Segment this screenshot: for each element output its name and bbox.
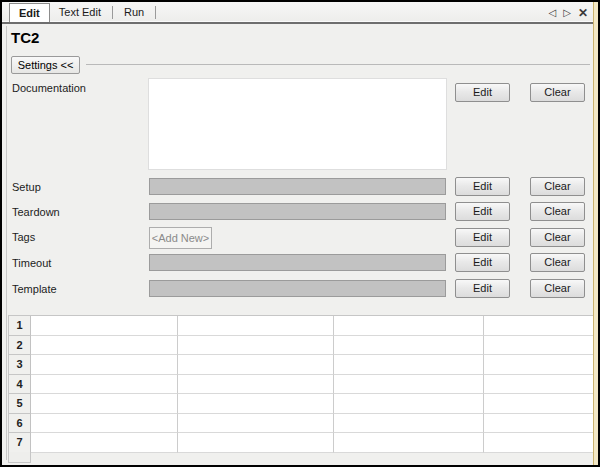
grid-cell[interactable]: [334, 336, 484, 356]
row-number[interactable]: 6: [9, 414, 31, 434]
grid-cell[interactable]: [484, 375, 594, 395]
panel-left-groove: [6, 26, 7, 460]
grid-cell[interactable]: [484, 433, 594, 453]
tags-add-new-button[interactable]: <Add New>: [149, 227, 212, 249]
teardown-clear-button[interactable]: Clear: [530, 202, 585, 221]
partial-row-header: [8, 452, 31, 463]
template-field[interactable]: [149, 280, 446, 297]
documentation-edit-button[interactable]: Edit: [455, 83, 510, 102]
row-number[interactable]: 5: [9, 394, 31, 414]
grid-cell[interactable]: [334, 414, 484, 434]
grid-cell[interactable]: [31, 394, 178, 414]
row-number[interactable]: 3: [9, 355, 31, 375]
grid-cell[interactable]: [31, 316, 178, 336]
keyword-grid: 1234567: [8, 315, 594, 453]
row-number[interactable]: 4: [9, 375, 31, 395]
grid-cell[interactable]: [334, 433, 484, 453]
grid-cell[interactable]: [334, 355, 484, 375]
settings-toggle-button[interactable]: Settings <<: [11, 56, 80, 74]
testcase-editor-panel: Edit Text Edit Run ◁ ▷ ✕ TC2 Settings <<…: [0, 0, 600, 467]
teardown-field[interactable]: [149, 203, 446, 220]
grid-cell[interactable]: [334, 375, 484, 395]
grid-cell[interactable]: [178, 433, 334, 453]
close-tab-icon[interactable]: ✕: [578, 6, 588, 20]
grid-cell[interactable]: [31, 336, 178, 356]
timeout-field[interactable]: [149, 254, 446, 271]
timeout-label: Timeout: [12, 257, 51, 269]
table-row: 2: [9, 336, 594, 356]
table-row: 5: [9, 394, 594, 414]
tab-text-edit[interactable]: Text Edit: [50, 3, 110, 22]
tab-run[interactable]: Run: [115, 3, 153, 22]
grid-cell[interactable]: [334, 316, 484, 336]
documentation-text-area[interactable]: [148, 78, 447, 170]
tags-edit-button[interactable]: Edit: [455, 228, 510, 247]
template-clear-button[interactable]: Clear: [530, 279, 585, 298]
grid-cell[interactable]: [178, 316, 334, 336]
tab-separator: [112, 6, 113, 19]
grid-cell[interactable]: [334, 394, 484, 414]
row-number[interactable]: 1: [9, 316, 31, 336]
documentation-label: Documentation: [12, 82, 86, 94]
setup-label: Setup: [12, 181, 41, 193]
grid-cell[interactable]: [484, 316, 594, 336]
grid-cell[interactable]: [31, 414, 178, 434]
timeout-edit-button[interactable]: Edit: [455, 253, 510, 272]
tab-edit[interactable]: Edit: [9, 3, 50, 22]
tab-controls: ◁ ▷ ✕: [549, 6, 588, 20]
prev-tab-icon[interactable]: ◁: [549, 7, 557, 19]
grid-cell[interactable]: [31, 433, 178, 453]
setup-field[interactable]: [149, 178, 446, 195]
tags-clear-button[interactable]: Clear: [530, 228, 585, 247]
testcase-title: TC2: [11, 29, 39, 46]
grid-cell[interactable]: [484, 394, 594, 414]
grid-cell[interactable]: [178, 355, 334, 375]
table-row: 3: [9, 355, 594, 375]
row-number[interactable]: 2: [9, 336, 31, 356]
grid-cell[interactable]: [178, 336, 334, 356]
grid-cell[interactable]: [484, 355, 594, 375]
tab-separator: [155, 6, 156, 19]
grid-cell[interactable]: [484, 414, 594, 434]
template-label: Template: [12, 283, 57, 295]
tab-bar: Edit Text Edit Run ◁ ▷ ✕: [2, 2, 598, 24]
grid-cell[interactable]: [178, 414, 334, 434]
teardown-label: Teardown: [12, 206, 60, 218]
grid-cell[interactable]: [484, 336, 594, 356]
table-row: 7: [9, 433, 594, 453]
tags-label: Tags: [12, 231, 35, 243]
window-edge-strip: [593, 2, 598, 465]
grid-cell[interactable]: [178, 394, 334, 414]
grid-cell[interactable]: [31, 375, 178, 395]
table-row: 6: [9, 414, 594, 434]
setup-edit-button[interactable]: Edit: [455, 177, 510, 196]
template-edit-button[interactable]: Edit: [455, 279, 510, 298]
timeout-clear-button[interactable]: Clear: [530, 253, 585, 272]
teardown-edit-button[interactable]: Edit: [455, 202, 510, 221]
documentation-clear-button[interactable]: Clear: [530, 83, 585, 102]
grid-cell[interactable]: [31, 355, 178, 375]
setup-clear-button[interactable]: Clear: [530, 177, 585, 196]
settings-divider: [86, 64, 590, 65]
row-number[interactable]: 7: [9, 433, 31, 453]
grid-cell[interactable]: [178, 375, 334, 395]
next-tab-icon[interactable]: ▷: [563, 7, 571, 19]
table-row: 4: [9, 375, 594, 395]
table-row: 1: [9, 316, 594, 336]
